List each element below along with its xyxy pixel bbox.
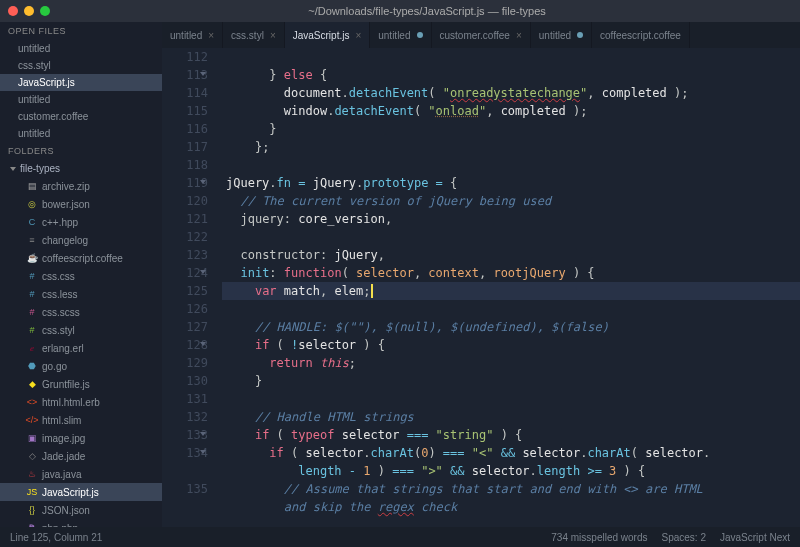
tree-file-item[interactable]: ₱php.php — [0, 519, 162, 527]
tree-file-item[interactable]: ≡changelog — [0, 231, 162, 249]
close-tab-icon[interactable]: × — [516, 30, 522, 41]
status-spellcheck[interactable]: 734 misspelled words — [551, 532, 647, 543]
file-name: JSON.json — [42, 505, 90, 516]
status-spaces[interactable]: Spaces: 2 — [661, 532, 705, 543]
code-line[interactable] — [222, 156, 800, 174]
tab[interactable]: customer.coffee× — [432, 22, 531, 48]
sidebar: OPEN FILES untitledcss.stylJavaScript.js… — [0, 22, 162, 527]
code-line[interactable]: return this; — [222, 354, 800, 372]
file-icon: ☕ — [26, 252, 38, 264]
tree-file-item[interactable]: ☕coffeescript.coffee — [0, 249, 162, 267]
code-line[interactable]: jQuery.fn = jQuery.prototype = { — [222, 174, 800, 192]
tree-file-item[interactable]: #css.css — [0, 267, 162, 285]
open-files-header[interactable]: OPEN FILES — [0, 22, 162, 40]
tree-file-item[interactable]: <>html.html.erb — [0, 393, 162, 411]
tree-file-item[interactable]: JSJavaScript.js — [0, 483, 162, 501]
code-line[interactable]: } else { — [222, 66, 800, 84]
tree-file-item[interactable]: ◇Jade.jade — [0, 447, 162, 465]
code-line[interactable]: and skip the regex check — [222, 498, 800, 516]
code-line[interactable]: constructor: jQuery, — [222, 246, 800, 264]
tab[interactable]: coffeescript.coffee — [592, 22, 690, 48]
code-line[interactable] — [222, 228, 800, 246]
status-position[interactable]: Line 125, Column 21 — [10, 532, 102, 543]
dirty-indicator-icon — [577, 32, 583, 38]
code-line[interactable]: document.detachEvent( "onreadystatechang… — [222, 84, 800, 102]
file-name: erlang.erl — [42, 343, 84, 354]
close-tab-icon[interactable]: × — [355, 30, 361, 41]
code-line[interactable]: // HANDLE: $(""), $(null), $(undefined),… — [222, 318, 800, 336]
tree-file-item[interactable]: ▣image.jpg — [0, 429, 162, 447]
code-line[interactable] — [222, 390, 800, 408]
code-line[interactable]: } — [222, 372, 800, 390]
code-line[interactable]: init: function( selector, context, rootj… — [222, 264, 800, 282]
minimize-window-icon[interactable] — [24, 6, 34, 16]
code-line[interactable] — [222, 300, 800, 318]
tab-bar: untitled×css.styl×JavaScript.js×untitled… — [162, 22, 800, 48]
tree-file-item[interactable]: 𝑒erlang.erl — [0, 339, 162, 357]
code-line[interactable]: jquery: core_version, — [222, 210, 800, 228]
code-line[interactable]: if ( !selector ) { — [222, 336, 800, 354]
tree-file-item[interactable]: #css.less — [0, 285, 162, 303]
tree-file-item[interactable]: ◎bower.json — [0, 195, 162, 213]
file-icon: ▣ — [26, 432, 38, 444]
file-name: html.html.erb — [42, 397, 100, 408]
status-language[interactable]: JavaScript Next — [720, 532, 790, 543]
folder-root[interactable]: file-types — [0, 160, 162, 177]
code-lines[interactable]: } else { document.detachEvent( "onreadys… — [222, 48, 800, 527]
tree-file-item[interactable]: </>html.slim — [0, 411, 162, 429]
gutter: 1121131141151161171181191201211221231241… — [162, 48, 222, 527]
tab-label: customer.coffee — [440, 30, 510, 41]
code-line[interactable] — [222, 48, 800, 66]
file-name: Gruntfile.js — [42, 379, 90, 390]
file-icon: ♨ — [26, 468, 38, 480]
maximize-window-icon[interactable] — [40, 6, 50, 16]
code-area[interactable]: 1121131141151161171181191201211221231241… — [162, 48, 800, 527]
code-line[interactable]: // Handle HTML strings — [222, 408, 800, 426]
file-name: css.styl — [42, 325, 75, 336]
tab-label: untitled — [539, 30, 571, 41]
code-line[interactable]: if ( typeof selector === "string" ) { — [222, 426, 800, 444]
tree-file-item[interactable]: #css.scss — [0, 303, 162, 321]
open-file-item[interactable]: css.styl — [0, 57, 162, 74]
close-tab-icon[interactable]: × — [208, 30, 214, 41]
close-tab-icon[interactable]: × — [270, 30, 276, 41]
tree-file-item[interactable]: ♨java.java — [0, 465, 162, 483]
file-name: bower.json — [42, 199, 90, 210]
tab[interactable]: JavaScript.js× — [285, 22, 371, 48]
folders-header[interactable]: FOLDERS — [0, 142, 162, 160]
code-line[interactable]: length - 1 ) === ">" && selector.length … — [222, 462, 800, 480]
tree-file-item[interactable]: ▤archive.zip — [0, 177, 162, 195]
open-file-item[interactable]: untitled — [0, 91, 162, 108]
tab[interactable]: untitled — [370, 22, 431, 48]
open-file-item[interactable]: customer.coffee — [0, 108, 162, 125]
open-file-item[interactable]: untitled — [0, 125, 162, 142]
code-line[interactable]: if ( selector.charAt(0) === "<" && selec… — [222, 444, 800, 462]
file-name: changelog — [42, 235, 88, 246]
main: OPEN FILES untitledcss.stylJavaScript.js… — [0, 22, 800, 527]
tab[interactable]: css.styl× — [223, 22, 285, 48]
open-file-item[interactable]: JavaScript.js — [0, 74, 162, 91]
titlebar: ~/Downloads/file-types/JavaScript.js — f… — [0, 0, 800, 22]
file-icon: ◇ — [26, 450, 38, 462]
code-line[interactable]: } — [222, 120, 800, 138]
tree-file-item[interactable]: Cc++.hpp — [0, 213, 162, 231]
tree-file-item[interactable]: ⬣go.go — [0, 357, 162, 375]
dirty-indicator-icon — [417, 32, 423, 38]
tab-label: JavaScript.js — [293, 30, 350, 41]
tree-file-item[interactable]: #css.styl — [0, 321, 162, 339]
status-bar: Line 125, Column 21 734 misspelled words… — [0, 527, 800, 547]
tab[interactable]: untitled× — [162, 22, 223, 48]
code-line[interactable]: window.detachEvent( "onload", completed … — [222, 102, 800, 120]
tree-file-item[interactable]: {}JSON.json — [0, 501, 162, 519]
code-line[interactable]: // Assume that strings that start and en… — [222, 480, 800, 498]
open-file-item[interactable]: untitled — [0, 40, 162, 57]
file-icon: </> — [26, 414, 38, 426]
tab-label: untitled — [378, 30, 410, 41]
code-line[interactable]: var match, elem; — [222, 282, 800, 300]
tab[interactable]: untitled — [531, 22, 592, 48]
file-icon: # — [26, 270, 38, 282]
tree-file-item[interactable]: ◆Gruntfile.js — [0, 375, 162, 393]
code-line[interactable]: // The current version of jQuery being u… — [222, 192, 800, 210]
code-line[interactable]: }; — [222, 138, 800, 156]
close-window-icon[interactable] — [8, 6, 18, 16]
